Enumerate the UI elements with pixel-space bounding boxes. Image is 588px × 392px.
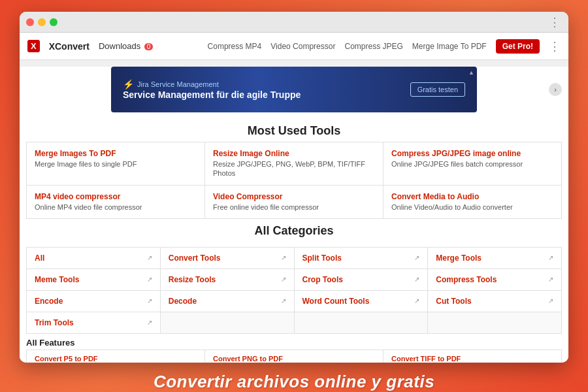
ad-provider: Jira Service Management <box>137 80 219 88</box>
cat-merge-tools[interactable]: Merge Tools ↗ <box>428 248 561 269</box>
cat-external-icon: ↗ <box>548 276 553 283</box>
cat-compress-tools[interactable]: Compress Tools ↗ <box>428 269 561 290</box>
get-pro-button[interactable]: Get Pro! <box>496 39 540 54</box>
tool-card-1[interactable]: Resize Image Online Resize JPG/JPEG, PNG… <box>205 142 383 185</box>
cat-encode[interactable]: Encode ↗ <box>27 291 160 312</box>
cat-external-icon: ↗ <box>414 297 419 304</box>
cat-external-icon: ↗ <box>147 297 152 304</box>
scroll-right-button[interactable]: › <box>549 83 562 96</box>
ad-top: ⚡ Jira Service Management <box>123 79 301 90</box>
features-grid: Convert P5 to PDF Convert PNG to PDF Con… <box>26 350 562 363</box>
cat-crop-tools[interactable]: Crop Tools ↗ <box>295 269 428 290</box>
all-features-header: All Features <box>20 334 568 350</box>
title-bar: ⋮ <box>20 12 568 33</box>
cat-external-icon: ↗ <box>548 297 553 304</box>
lightning-icon: ⚡ <box>123 79 134 90</box>
cat-word-count-tools[interactable]: Word Count Tools ↗ <box>295 291 428 312</box>
most-used-title: Most Used Tools <box>20 119 568 142</box>
feature-item-2[interactable]: Convert TIFF to PDF <box>384 350 561 363</box>
nav-bar: X XConvert Downloads 0 Compress MP4 Vide… <box>20 33 568 60</box>
brand-name: XConvert <box>49 41 90 52</box>
feature-item-1[interactable]: Convert PNG to PDF <box>205 350 383 363</box>
ad-tag-icon: ▲ <box>468 69 474 76</box>
tool-card-3[interactable]: MP4 video compressor Online MP4 video fi… <box>27 186 204 218</box>
cat-decode[interactable]: Decode ↗ <box>161 291 294 312</box>
cat-external-icon: ↗ <box>414 254 419 261</box>
cat-external-icon: ↗ <box>548 254 553 261</box>
cat-resize-tools[interactable]: Resize Tools ↗ <box>161 269 294 290</box>
nav-more-icon[interactable]: ⋮ <box>549 39 561 54</box>
ad-cta-button[interactable]: Gratis testen <box>410 82 465 97</box>
main-content: ⚡ Jira Service Management Service Manage… <box>20 67 568 363</box>
cat-empty-3 <box>428 312 561 333</box>
minimize-button[interactable] <box>38 18 46 26</box>
title-bar-menu-icon[interactable]: ⋮ <box>549 15 562 29</box>
nav-video-compressor[interactable]: Video Compressor <box>270 42 335 51</box>
tool-cards-grid: Merge Images To PDF Merge Image files to… <box>26 142 562 219</box>
tool-card-4[interactable]: Video Compressor Free online video file … <box>205 186 383 218</box>
nav-downloads[interactable]: Downloads 0 <box>99 41 154 51</box>
cat-external-icon: ↗ <box>147 254 152 261</box>
nav-merge-image-pdf[interactable]: Merge Image To PDF <box>412 42 487 51</box>
cat-cut-tools[interactable]: Cut Tools ↗ <box>428 291 561 312</box>
cat-split-tools[interactable]: Split Tools ↗ <box>295 248 428 269</box>
tool-card-0[interactable]: Merge Images To PDF Merge Image files to… <box>27 142 204 185</box>
cat-external-icon: ↗ <box>281 254 286 261</box>
ad-banner: ⚡ Jira Service Management Service Manage… <box>111 67 477 112</box>
cat-empty-2 <box>295 312 428 333</box>
ad-tagline: Service Management für die agile Truppe <box>123 90 301 100</box>
browser-window: ⋮ X XConvert Downloads 0 Compress MP4 Vi… <box>20 12 568 363</box>
cat-empty-1 <box>161 312 294 333</box>
tool-card-5[interactable]: Convert Media to Audio Online Video/Audi… <box>384 186 561 218</box>
cat-trim-tools[interactable]: Trim Tools ↗ <box>27 312 160 333</box>
cat-external-icon: ↗ <box>147 276 152 283</box>
tool-card-2[interactable]: Compress JPG/JPEG image online Online JP… <box>384 142 561 185</box>
nav-compress-jpeg[interactable]: Compress JPEG <box>344 42 402 51</box>
cat-all[interactable]: All ↗ <box>27 248 160 269</box>
categories-title: All Categories <box>20 219 568 242</box>
cat-external-icon: ↗ <box>281 276 286 283</box>
cat-meme-tools[interactable]: Meme Tools ↗ <box>27 269 160 290</box>
cat-external-icon: ↗ <box>281 297 286 304</box>
page-tagline: Convertir archivos online y gratis <box>154 372 434 392</box>
close-button[interactable] <box>26 18 34 26</box>
nav-compress-mp4[interactable]: Compress MP4 <box>208 42 262 51</box>
cat-external-icon: ↗ <box>414 276 419 283</box>
categories-section: All ↗ Convert Tools ↗ Split Tools ↗ Merg… <box>26 247 562 334</box>
logo-icon: X <box>27 40 40 52</box>
feature-item-0[interactable]: Convert P5 to PDF <box>27 350 204 363</box>
categories-grid: All ↗ Convert Tools ↗ Split Tools ↗ Merg… <box>26 247 562 334</box>
cat-convert-tools[interactable]: Convert Tools ↗ <box>161 248 294 269</box>
maximize-button[interactable] <box>50 18 57 26</box>
cat-external-icon: ↗ <box>147 319 152 326</box>
ad-inner: ⚡ Jira Service Management Service Manage… <box>123 79 301 100</box>
